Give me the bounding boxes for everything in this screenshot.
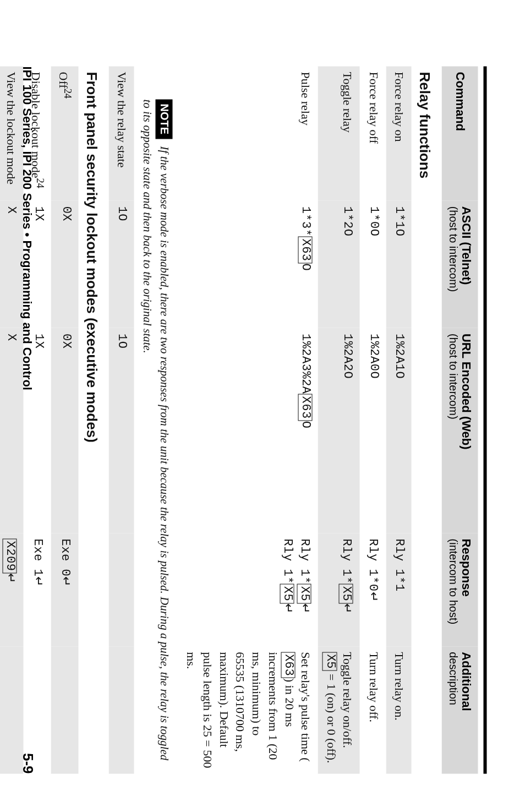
desc-pre: Set relay's pulse time ( [299, 652, 313, 761]
var-x5: X5 [339, 584, 353, 603]
hdr-response: Response (intercom to host) [441, 533, 478, 646]
var-x209: X209 [2, 538, 17, 573]
resp-text: Exe 0 [58, 538, 72, 576]
cell-resp: Rly 1*X5↵ [318, 533, 360, 646]
row-note: NOTE If the verbose mode is enabled, the… [134, 66, 178, 773]
cell-cmd: Force relay on [386, 66, 412, 200]
cell-resp [109, 533, 134, 646]
top-rule [484, 66, 487, 773]
cell-ascii: 1*2O [318, 200, 360, 328]
cell-url: 0X [51, 328, 78, 533]
cell-resp: Rly 1*X5↵ Rly 1*X5↵ [178, 533, 318, 646]
cell-desc: Toggle relay on/off. X5 = 1 (on) or 0 (o… [318, 646, 360, 773]
note-cell: NOTE If the verbose mode is enabled, the… [134, 66, 178, 773]
note-badge: NOTE [156, 99, 173, 139]
cell-cmd: Toggle relay [318, 66, 360, 200]
cell-resp: Exe 0↵ [51, 533, 78, 646]
cell-cmd: View the relay state [109, 66, 134, 200]
cell-cmd: Pulse relay [178, 66, 318, 200]
hdr-response-sub: (intercom to host) [447, 538, 459, 641]
hdr-command: Command [441, 66, 478, 200]
footer-page: 5-9 [19, 753, 36, 773]
cell-url: 1%2A2O [318, 328, 360, 533]
row-force-off: Force relay off 1*0O 1%2A0O Rly 1*0↵ Tur… [360, 66, 386, 773]
cell-resp: Rly 1*0↵ [360, 533, 386, 646]
cell-desc: Set relay's pulse time (X63) in 20 ms in… [178, 646, 318, 773]
cell-ascii: 1*3*X63O [178, 200, 318, 328]
cell-cmd: Force relay off [360, 66, 386, 200]
page: Command ASCII (Telnet) (host to intercom… [0, 0, 525, 812]
cmd-base: Off [57, 72, 70, 88]
table-body: Relay functions Force relay on 1*1O 1%2A… [0, 66, 441, 773]
hdr-desc: Additional description [441, 646, 478, 773]
page-footer: IPI 100 Series, IPI 200 Series • Program… [19, 66, 36, 773]
cell-ascii: 1O [109, 200, 134, 328]
desc-rest: in 20 ms increments from 1 (20 ms, minim… [184, 652, 297, 768]
hdr-ascii: ASCII (Telnet) (host to intercom) [441, 200, 478, 328]
url-post: O [299, 421, 313, 428]
table-head: Command ASCII (Telnet) (host to intercom… [441, 66, 478, 773]
cell-cmd: Off24 [51, 66, 78, 200]
hdr-url-sub: (host to intercom) [447, 333, 459, 527]
row-toggle: Toggle relay 1*2O 1%2A2O Rly 1*X5↵ Toggl… [318, 66, 360, 773]
cell-url: 1%2A1O [386, 328, 412, 533]
cr-icon: ↵ [59, 576, 73, 587]
cell-ascii: 1*0O [360, 200, 386, 328]
ascii-post: O [299, 263, 313, 271]
ascii-pre: 1*3* [299, 206, 313, 236]
hdr-url: URL Encoded (Web) (host to intercom) [441, 328, 478, 533]
footer-title: IPI 100 Series, IPI 200 Series • Program… [20, 66, 34, 390]
cell-url: 1%2A0O [360, 328, 386, 533]
rotated-content: Command ASCII (Telnet) (host to intercom… [1, 0, 526, 812]
cell-desc: Turn relay off. [360, 646, 386, 773]
cr-icon: ↵ [281, 603, 295, 614]
cell-ascii: 1*1O [386, 200, 412, 328]
resp-text: Rly 1*0 [366, 538, 380, 591]
section-relay: Relay functions [411, 66, 441, 773]
var-x5: X5 [322, 652, 337, 671]
row-view-relay: View the relay state 1O 1O [109, 66, 134, 773]
section-security-title: Front panel security lockout modes (exec… [79, 66, 109, 773]
resp1-pre: Rly 1* [298, 538, 311, 584]
cell-ascii: 0X [51, 200, 78, 328]
row-pulse: Pulse relay 1*3*X63O 1%2A3%2AX63O Rly 1*… [178, 66, 318, 773]
cr-icon: ↵ [341, 603, 354, 614]
content-area: Command ASCII (Telnet) (host to intercom… [1, 0, 526, 812]
var-x5: X5 [297, 584, 311, 603]
hdr-desc-text: Additional [460, 652, 473, 711]
cell-resp: Rly 1*1 [386, 533, 412, 646]
var-x5: X5 [280, 584, 294, 603]
note-text: If the verbose mode is enabled, there ar… [141, 99, 171, 760]
cmd-sup: 24 [62, 88, 73, 98]
var-x63: X63 [298, 236, 313, 263]
cell-desc: Turn relay on. [386, 646, 412, 773]
section-relay-title: Relay functions [411, 66, 441, 773]
command-table: Command ASCII (Telnet) (host to intercom… [0, 66, 478, 773]
cell-desc [109, 646, 134, 773]
resp-pre: Rly 1* [340, 538, 353, 584]
desc-post: ) [282, 678, 296, 682]
hdr-desc-sub: description [447, 652, 459, 768]
cell-url: 1O [109, 328, 134, 533]
hdr-response-text: Response [460, 538, 473, 596]
hdr-ascii-sub: (host to intercom) [447, 206, 459, 322]
cell-url: 1%2A3%2AX63O [178, 328, 318, 533]
var-x63: X63 [298, 394, 313, 421]
var-x63: X63 [281, 652, 295, 678]
row-off: Off24 0X 0X Exe 0↵ [51, 66, 78, 773]
cr-icon: ↵ [4, 573, 18, 584]
hdr-command-text: Command [453, 72, 467, 131]
section-security: Front panel security lockout modes (exec… [79, 66, 109, 773]
desc-line2: = 1 (on) or 0 (off). [324, 671, 338, 763]
resp2-pre: Rly 1* [280, 538, 294, 584]
desc-line1: Toggle relay on/off. [341, 652, 354, 748]
cr-icon: ↵ [367, 591, 381, 602]
cr-icon: ↵ [299, 603, 313, 614]
cell-desc [51, 646, 78, 773]
hdr-url-text: URL Encoded (Web) [460, 333, 473, 449]
url-pre: 1%2A3%2A [299, 333, 313, 394]
row-force-on: Force relay on 1*1O 1%2A1O Rly 1*1 Turn … [386, 66, 412, 773]
hdr-ascii-text: ASCII (Telnet) [460, 206, 473, 285]
